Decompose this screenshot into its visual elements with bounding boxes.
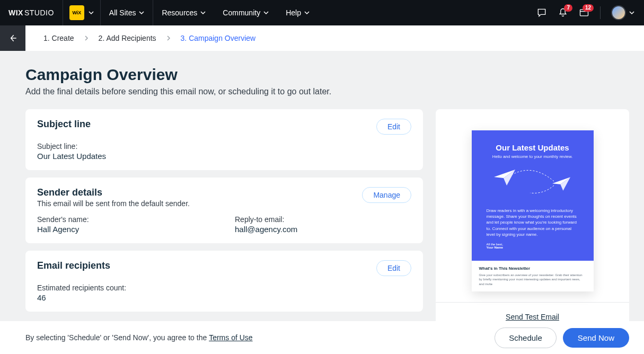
breadcrumb-step-create[interactable]: 1. Create bbox=[43, 34, 74, 42]
nav-label: Community bbox=[223, 8, 260, 17]
site-icon: WiX bbox=[69, 5, 84, 20]
recipients-count-value: 46 bbox=[37, 293, 411, 302]
breadcrumb-step-overview[interactable]: 3. Campaign Overview bbox=[181, 34, 256, 42]
brand-wix: WIX bbox=[8, 8, 23, 17]
chevron-down-icon bbox=[200, 10, 206, 15]
schedule-button[interactable]: Schedule bbox=[495, 328, 557, 348]
page-subtitle: Add the final details before sending thi… bbox=[25, 87, 619, 96]
card-title: Subject line bbox=[37, 119, 91, 130]
nav-label: Help bbox=[286, 8, 301, 17]
chevron-down-icon bbox=[89, 10, 94, 15]
terms-of-use-link[interactable]: Terms of Use bbox=[209, 333, 252, 342]
preview-signoff-2: Your Name bbox=[487, 246, 579, 249]
preview-title: Our Latest Updates bbox=[479, 143, 586, 152]
preview-subtitle: Hello and welcome to your monthly review… bbox=[479, 154, 586, 159]
chevron-down-icon bbox=[263, 10, 269, 15]
breadcrumb: 1. Create 2. Add Recipients 3. Campaign … bbox=[25, 25, 255, 51]
nav-community[interactable]: Community bbox=[214, 0, 277, 25]
top-actions: 7 12 bbox=[536, 5, 644, 20]
bell-badge: 7 bbox=[564, 4, 572, 12]
reply-to-label: Reply-to email: bbox=[235, 215, 411, 224]
subject-value: Our Latest Updates bbox=[37, 152, 411, 161]
chevron-down-icon bbox=[629, 10, 634, 15]
nav-label: All Sites bbox=[109, 8, 136, 17]
sender-name-value: Hall Agency bbox=[37, 225, 214, 234]
account-menu[interactable] bbox=[611, 5, 634, 20]
breadcrumb-row: 1. Create 2. Add Recipients 3. Campaign … bbox=[0, 25, 644, 51]
edit-subject-button[interactable]: Edit bbox=[376, 119, 411, 135]
chat-icon[interactable] bbox=[536, 7, 547, 18]
site-switcher[interactable]: WiX bbox=[63, 0, 101, 25]
terms-text: By selecting 'Schedule' or 'Send Now', y… bbox=[25, 333, 253, 342]
card-title: Email recipients bbox=[37, 260, 110, 271]
send-test-email-link[interactable]: Send Test Email bbox=[506, 313, 559, 321]
paper-plane-icon bbox=[552, 177, 570, 193]
divider bbox=[600, 6, 601, 19]
subject-label: Subject line: bbox=[37, 142, 411, 151]
topbar: WIXSTUDIO WiX All Sites Resources Commun… bbox=[0, 0, 644, 25]
bottom-bar: By selecting 'Schedule' or 'Send Now', y… bbox=[0, 321, 644, 354]
preview-paragraph: Draw readers in with a welcoming introdu… bbox=[487, 208, 579, 237]
preview-section-body: Give your subscribers an overview of you… bbox=[479, 273, 586, 286]
nav-label: Resources bbox=[162, 8, 197, 17]
sender-details-card: Sender details This email will be sent f… bbox=[25, 178, 423, 243]
main-content: Campaign Overview Add the final details … bbox=[0, 51, 644, 354]
sender-name-label: Sender's name: bbox=[37, 215, 214, 224]
nav-help[interactable]: Help bbox=[277, 0, 318, 25]
chevron-right-icon bbox=[166, 36, 171, 41]
page-title: Campaign Overview bbox=[25, 66, 619, 84]
nav-resources[interactable]: Resources bbox=[153, 0, 214, 25]
terms-prefix: By selecting 'Schedule' or 'Send Now', y… bbox=[25, 333, 209, 342]
email-preview-thumbnail[interactable]: Our Latest Updates Hello and welcome to … bbox=[436, 109, 629, 302]
recipients-count-label: Estimated recipients count: bbox=[37, 284, 411, 292]
manage-sender-button[interactable]: Manage bbox=[362, 187, 411, 203]
card-title: Sender details bbox=[37, 187, 190, 198]
edit-recipients-button[interactable]: Edit bbox=[376, 260, 411, 276]
inbox-badge: 12 bbox=[583, 4, 594, 12]
chevron-down-icon bbox=[139, 10, 144, 15]
bell-icon[interactable]: 7 bbox=[558, 7, 568, 18]
paper-plane-icon bbox=[494, 170, 515, 188]
inbox-icon[interactable]: 12 bbox=[579, 7, 589, 18]
email-recipients-card: Email recipients Edit Estimated recipien… bbox=[25, 251, 423, 312]
send-now-button[interactable]: Send Now bbox=[563, 328, 629, 348]
subject-line-card: Subject line Edit Subject line: Our Late… bbox=[25, 109, 423, 170]
breadcrumb-step-recipients[interactable]: 2. Add Recipients bbox=[99, 34, 156, 42]
brand-logo[interactable]: WIXSTUDIO bbox=[0, 8, 63, 17]
nav-all-sites[interactable]: All Sites bbox=[101, 0, 154, 25]
chevron-down-icon bbox=[304, 10, 310, 15]
avatar bbox=[611, 5, 626, 20]
reply-to-value: hall@agency.com bbox=[235, 225, 411, 234]
preview-section-title: What's in This Newsletter bbox=[479, 266, 586, 271]
back-button[interactable] bbox=[0, 25, 25, 51]
card-subtitle: This email will be sent from the default… bbox=[37, 199, 190, 208]
email-preview-card: Our Latest Updates Hello and welcome to … bbox=[436, 109, 629, 331]
brand-studio: STUDIO bbox=[24, 8, 54, 17]
chevron-right-icon bbox=[84, 36, 89, 41]
